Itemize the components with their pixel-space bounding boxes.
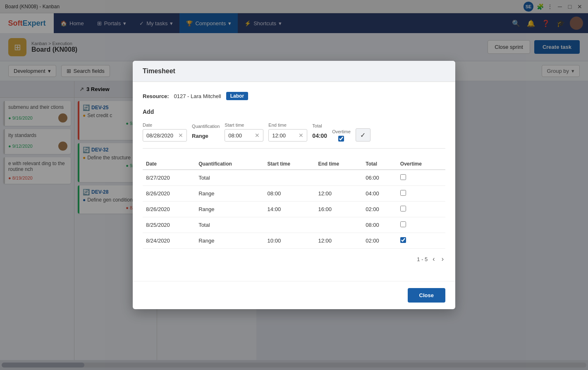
date-field-group: Date 08/28/2020 ✕ — [143, 123, 187, 142]
th-overtime: Overtime — [397, 159, 445, 170]
modal-body: Resource: 0127 - Lara Mitchell Labor Add… — [133, 82, 455, 281]
confirm-btn-group: ✓ — [356, 122, 370, 142]
timesheet-table: Date Quantification Start time End time … — [143, 159, 445, 249]
cell-total-2: 04:00 — [362, 186, 397, 202]
resource-row: Resource: 0127 - Lara Mitchell Labor — [143, 92, 445, 100]
start-time-input[interactable]: 08:00 ✕ — [225, 129, 263, 142]
cell-overtime-4 — [397, 217, 445, 233]
table-row: 8/26/2020 Range 08:00 12:00 04:00 — [143, 186, 445, 202]
date-value: 08/28/2020 — [146, 132, 173, 139]
th-quantification: Quantification — [195, 159, 264, 170]
overtime-checkbox[interactable] — [338, 136, 344, 142]
cell-overtime-3 — [397, 202, 445, 217]
end-time-clear-icon[interactable]: ✕ — [299, 132, 304, 139]
close-modal-button[interactable]: Close — [408, 288, 445, 303]
end-time-label: End time — [268, 123, 307, 127]
total-label: Total — [312, 123, 327, 128]
table-body: 8/27/2020 Total 06:00 8/26/2020 Range 08… — [143, 170, 445, 249]
modal-header: Timesheet — [133, 61, 455, 82]
overtime-check-2[interactable] — [400, 190, 406, 196]
pagination-info: 1 - 5 — [417, 256, 428, 262]
start-time-clear-icon[interactable]: ✕ — [255, 132, 260, 139]
start-time-group: Start time 08:00 ✕ — [225, 123, 263, 142]
modal-title: Timesheet — [143, 67, 175, 74]
cell-date-1: 8/27/2020 — [143, 170, 195, 186]
th-end-time: End time — [315, 159, 362, 170]
end-time-input[interactable]: 12:00 ✕ — [268, 129, 307, 142]
cell-date-5: 8/24/2020 — [143, 233, 195, 249]
quantification-group: Quantification Range — [192, 124, 220, 142]
start-time-label: Start time — [225, 123, 263, 127]
cell-overtime-1 — [397, 170, 445, 186]
total-group: Total 04:00 — [312, 123, 327, 142]
cell-quant-1: Total — [195, 170, 264, 186]
quantification-value: Range — [192, 130, 220, 142]
cell-start-4 — [264, 217, 315, 233]
cell-start-5: 10:00 — [264, 233, 315, 249]
resource-label: Resource: — [143, 93, 169, 99]
cell-end-3: 16:00 — [315, 202, 362, 217]
overtime-group: Overtime — [332, 129, 351, 142]
confirm-button[interactable]: ✓ — [356, 128, 370, 142]
table-row: 8/27/2020 Total 06:00 — [143, 170, 445, 186]
prev-page-button[interactable]: ‹ — [431, 254, 436, 264]
total-value: 04:00 — [312, 130, 327, 142]
cell-total-4: 08:00 — [362, 217, 397, 233]
cell-total-3: 02:00 — [362, 202, 397, 217]
cell-quant-3: Range — [195, 202, 264, 217]
overtime-check-1[interactable] — [400, 174, 406, 180]
cell-start-1 — [264, 170, 315, 186]
end-time-group: End time 12:00 ✕ — [268, 123, 307, 142]
overtime-check-3[interactable] — [400, 206, 406, 211]
add-section-title: Add — [143, 108, 445, 115]
table-head: Date Quantification Start time End time … — [143, 159, 445, 170]
cell-start-2: 08:00 — [264, 186, 315, 202]
modal-overlay: Timesheet Resource: 0127 - Lara Mitchell… — [0, 0, 588, 370]
cell-overtime-2 — [397, 186, 445, 202]
cell-date-3: 8/26/2020 — [143, 202, 195, 217]
table-row: 8/26/2020 Range 14:00 16:00 02:00 — [143, 202, 445, 217]
cell-end-5: 12:00 — [315, 233, 362, 249]
modal-footer: Close — [133, 281, 455, 309]
cell-date-2: 8/26/2020 — [143, 186, 195, 202]
resource-value: 0127 - Lara Mitchell — [174, 93, 221, 99]
cell-quant-5: Range — [195, 233, 264, 249]
table-row: 8/25/2020 Total 08:00 — [143, 217, 445, 233]
cell-start-3: 14:00 — [264, 202, 315, 217]
quantification-label: Quantification — [192, 124, 220, 129]
cell-total-1: 06:00 — [362, 170, 397, 186]
cell-total-5: 02:00 — [362, 233, 397, 249]
add-form: Date 08/28/2020 ✕ Quantification Range S… — [143, 122, 445, 149]
th-total: Total — [362, 159, 397, 170]
pagination-row: 1 - 5 ‹ › — [143, 249, 445, 269]
table-header-row: Date Quantification Start time End time … — [143, 159, 445, 170]
cell-date-4: 8/25/2020 — [143, 217, 195, 233]
cell-end-2: 12:00 — [315, 186, 362, 202]
table-row: 8/24/2020 Range 10:00 12:00 02:00 — [143, 233, 445, 249]
th-start-time: Start time — [264, 159, 315, 170]
next-page-button[interactable]: › — [440, 254, 445, 264]
date-clear-icon[interactable]: ✕ — [178, 132, 183, 139]
overtime-check-5[interactable] — [400, 237, 406, 243]
start-time-value: 08:00 — [228, 132, 253, 139]
cell-quant-2: Range — [195, 186, 264, 202]
end-time-value: 12:00 — [272, 132, 297, 139]
cell-quant-4: Total — [195, 217, 264, 233]
cell-end-4 — [315, 217, 362, 233]
date-input[interactable]: 08/28/2020 ✕ — [143, 129, 187, 142]
date-label: Date — [143, 123, 187, 127]
labor-badge: Labor — [226, 92, 248, 100]
th-date: Date — [143, 159, 195, 170]
cell-overtime-5 — [397, 233, 445, 249]
overtime-check-4[interactable] — [400, 221, 406, 227]
cell-end-1 — [315, 170, 362, 186]
timesheet-modal: Timesheet Resource: 0127 - Lara Mitchell… — [133, 61, 455, 309]
overtime-label: Overtime — [332, 129, 351, 134]
